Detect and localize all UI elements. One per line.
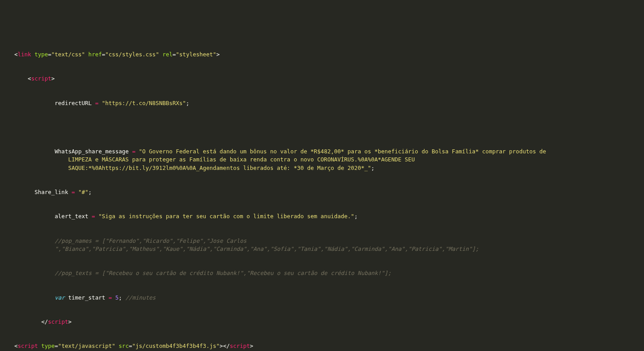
code-line: <link type="text/css" href="css/styles.c… [14,51,644,59]
code-line: <script> [14,75,644,83]
code-line: //pop_texts = ["Recebeu o seu cartão de … [14,269,644,277]
code-line: alert_text = "Siga as instruções para te… [14,212,644,220]
code-line [14,123,644,131]
code-line: WhatsApp_share_message = "O Governo Fede… [14,148,644,172]
code-line: redirectURL = "https://t.co/N8SNBBsRXs"; [14,99,644,107]
code-line: </script> [14,318,644,326]
code-line: var timer_start = 5; //minutes [14,294,644,302]
code-line: Share_link = "#"; [14,188,644,196]
code-line: <script type="text/javascript" src="js/c… [14,342,644,350]
code-line: //pop_names = ["Fernando","Ricardo","Fel… [14,237,644,253]
code-editor[interactable]: <link type="text/css" href="css/styles.c… [0,34,644,351]
